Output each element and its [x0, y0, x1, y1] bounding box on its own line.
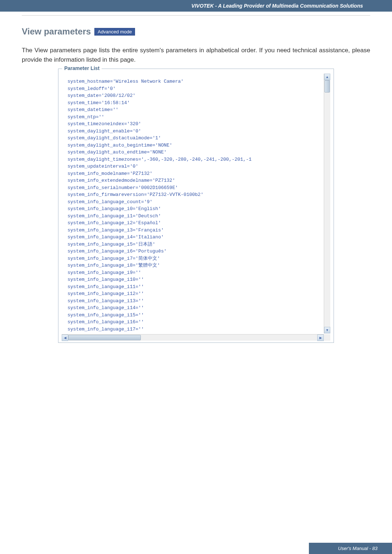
scroll-up-icon[interactable]: ▲	[324, 74, 330, 80]
parameter-legend: Parameter List	[62, 65, 102, 71]
footer-text: User's Manual - 83	[338, 546, 377, 551]
advanced-mode-badge: Advanced mode	[94, 28, 135, 36]
section-title: View parameters	[22, 26, 91, 37]
section-title-row: View parameters Advanced mode	[22, 26, 370, 37]
vertical-scrollbar[interactable]: ▲ ▼	[324, 74, 330, 333]
scroll-corner	[324, 334, 330, 341]
horizontal-scroll-track[interactable]	[68, 335, 317, 341]
page-content: View parameters Advanced mode The View p…	[0, 16, 392, 343]
horizontal-scrollbar[interactable]: ◀ ▶	[62, 334, 330, 341]
scroll-right-icon[interactable]: ▶	[317, 335, 324, 341]
parameter-list-text: system_hostname='Wireless Network Camera…	[62, 74, 330, 334]
horizontal-scroll-thumb[interactable]	[68, 335, 141, 340]
vertical-scroll-thumb[interactable]	[324, 80, 330, 93]
page-footer: User's Manual - 83	[309, 543, 392, 554]
description-text: The View parameters page lists the entir…	[22, 46, 370, 64]
header-bar: VIVOTEK - A Leading Provider of Multimed…	[0, 0, 392, 12]
parameter-panel-container: Parameter List system_hostname='Wireless…	[58, 69, 334, 343]
header-title: VIVOTEK - A Leading Provider of Multimed…	[191, 3, 363, 9]
scroll-down-icon[interactable]: ▼	[324, 327, 330, 333]
parameter-fieldset: Parameter List system_hostname='Wireless…	[58, 69, 334, 343]
parameter-box: system_hostname='Wireless Network Camera…	[61, 73, 331, 341]
scroll-left-icon[interactable]: ◀	[62, 335, 68, 341]
